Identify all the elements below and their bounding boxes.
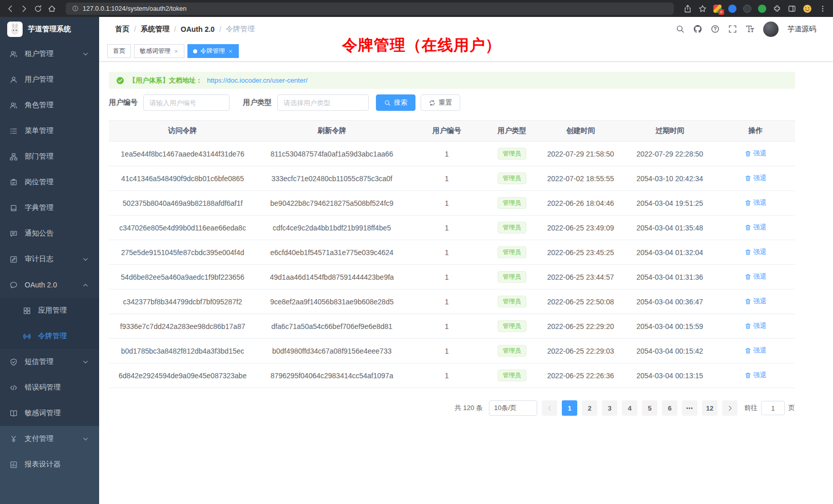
sidebar-item-9[interactable]: OAuth 2.0: [0, 272, 99, 298]
force-logout-button[interactable]: 强退: [745, 173, 767, 183]
chevron-down-icon: [82, 358, 89, 366]
force-logout-button[interactable]: 强退: [745, 371, 767, 380]
page-size-select[interactable]: 10条/页: [489, 400, 537, 416]
page-button-3[interactable]: 3: [602, 400, 617, 416]
force-logout-button[interactable]: 强退: [745, 247, 767, 257]
rabbit-logo-icon: [7, 22, 23, 37]
chevron-up-icon: [82, 281, 89, 289]
sidebar-item-15[interactable]: 支付管理: [0, 426, 99, 452]
info-icon[interactable]: [72, 5, 79, 12]
reload-icon[interactable]: [34, 5, 42, 13]
tab-0[interactable]: 首页: [107, 44, 131, 58]
user-type-select-input[interactable]: [277, 94, 369, 111]
force-logout-button[interactable]: 强退: [745, 149, 767, 158]
trash-icon: [745, 323, 751, 329]
sidebar-item-14[interactable]: 敏感词管理: [0, 400, 99, 426]
user-type-select[interactable]: [277, 94, 369, 111]
user-type-cell: 管理员: [486, 191, 538, 216]
sidebar-item-1[interactable]: 用户管理: [0, 67, 99, 92]
force-logout-label: 强退: [753, 198, 767, 207]
share-icon[interactable]: [684, 5, 692, 13]
page-button-5[interactable]: 5: [642, 400, 657, 416]
search-icon[interactable]: [676, 25, 685, 33]
font-size-icon[interactable]: [746, 25, 754, 33]
force-logout-label: 强退: [753, 297, 767, 306]
app-logo: 芋道管理系统: [0, 17, 99, 41]
tab-close-icon[interactable]: [174, 49, 179, 54]
profile-smiley-icon[interactable]: [803, 4, 812, 13]
column-header-5: 过期时间: [623, 121, 716, 142]
sidebar-item-label: 菜单管理: [25, 126, 53, 135]
breadcrumb-item-1[interactable]: 系统管理: [141, 25, 169, 34]
extension-blue-icon[interactable]: [728, 5, 736, 13]
page-button-2[interactable]: 2: [582, 400, 597, 416]
page-ellipsis-button[interactable]: •••: [682, 400, 697, 416]
sidebar-item-label: 应用管理: [38, 306, 67, 315]
sidebar-item-13[interactable]: 错误码管理: [0, 375, 99, 400]
tab-1[interactable]: 敏感词管理: [134, 44, 184, 58]
force-logout-button[interactable]: 强退: [745, 198, 767, 207]
notice-icon: [10, 230, 17, 238]
breadcrumb-item-0[interactable]: 首页: [115, 25, 129, 34]
force-logout-label: 强退: [753, 149, 767, 158]
sidebar-item-3[interactable]: 菜单管理: [0, 118, 99, 144]
sidebar-item-11[interactable]: 令牌管理: [0, 323, 99, 349]
sidebar-item-4[interactable]: 部门管理: [0, 144, 99, 169]
refresh-token-cell: be90422b8c7946218275a508bf524fc9: [256, 191, 407, 216]
force-logout-button[interactable]: 强退: [745, 297, 767, 306]
help-icon[interactable]: [711, 25, 720, 33]
refresh-token-cell: 333ecfc71e02480cb11055c875c3ca0f: [256, 166, 407, 191]
sidebar-item-0[interactable]: 租户管理: [0, 41, 99, 67]
extension-dark-icon[interactable]: [743, 5, 751, 13]
force-logout-label: 强退: [753, 321, 767, 331]
force-logout-button[interactable]: 强退: [745, 346, 767, 355]
sidebar-item-16[interactable]: 报表设计器: [0, 452, 99, 477]
reset-button[interactable]: 重置: [421, 94, 460, 111]
user-type-cell: 管理员: [486, 363, 538, 388]
force-logout-button[interactable]: 强退: [745, 321, 767, 331]
user-type-tag: 管理员: [498, 271, 526, 283]
star-icon[interactable]: [698, 5, 707, 13]
dots-vertical-icon[interactable]: [819, 5, 827, 13]
page-button-6[interactable]: 6: [662, 400, 677, 416]
trash-icon: [745, 200, 751, 206]
force-logout-button[interactable]: 强退: [745, 272, 767, 281]
forward-icon[interactable]: [20, 5, 28, 13]
puzzle-icon[interactable]: [773, 5, 781, 13]
user-name[interactable]: 芋道源码: [787, 25, 816, 34]
page-button-1[interactable]: 1: [562, 400, 577, 416]
home-icon[interactable]: [48, 5, 56, 13]
fullscreen-icon[interactable]: [728, 25, 737, 33]
sidebar-item-12[interactable]: 短信管理: [0, 349, 99, 375]
back-icon[interactable]: [6, 5, 14, 13]
sidebar-item-8[interactable]: 审计日志: [0, 246, 99, 272]
doc-link[interactable]: https://doc.iocoder.cn/user-center/: [207, 76, 308, 84]
address-bar[interactable]: 127.0.0.1:1024/system/oauth2/token: [66, 3, 674, 15]
extension-green-icon[interactable]: [758, 5, 766, 13]
user-id-cell: 1: [407, 314, 486, 339]
prev-page-button[interactable]: [542, 400, 557, 416]
goto-page-input[interactable]: [761, 401, 785, 415]
sidebar-item-6[interactable]: 字典管理: [0, 195, 99, 221]
sidebar-item-10[interactable]: 应用管理: [0, 298, 99, 323]
access-token-cell: 1ea5e44f8bc1467aaede43144f31de76: [109, 142, 256, 166]
avatar[interactable]: [763, 22, 779, 37]
breadcrumb-item-2[interactable]: OAuth 2.0: [181, 25, 215, 33]
table-header-row: 访问令牌刷新令牌用户编号用户类型创建时间过期时间操作: [109, 121, 795, 142]
tab-2[interactable]: 令牌管理: [187, 44, 239, 58]
panel-icon[interactable]: [788, 5, 796, 13]
column-header-1: 刷新令牌: [256, 121, 407, 142]
sidebar-item-7[interactable]: 通知公告: [0, 221, 99, 246]
search-button[interactable]: 搜索: [376, 94, 415, 111]
table-row: 275e5de9151045fe87cbdc395e004f4de6cfd40e…: [109, 240, 795, 265]
force-logout-button[interactable]: 强退: [745, 223, 767, 232]
sidebar-item-2[interactable]: 角色管理: [0, 92, 99, 118]
next-page-button[interactable]: [722, 400, 737, 416]
sidebar-item-5[interactable]: 岗位管理: [0, 169, 99, 195]
tab-close-icon[interactable]: [228, 49, 233, 54]
extension-colored-icon[interactable]: 0: [713, 5, 722, 13]
github-icon[interactable]: [693, 25, 702, 33]
user-id-input[interactable]: [143, 94, 230, 111]
page-button-4[interactable]: 4: [622, 400, 637, 416]
page-button-12[interactable]: 12: [702, 400, 717, 416]
